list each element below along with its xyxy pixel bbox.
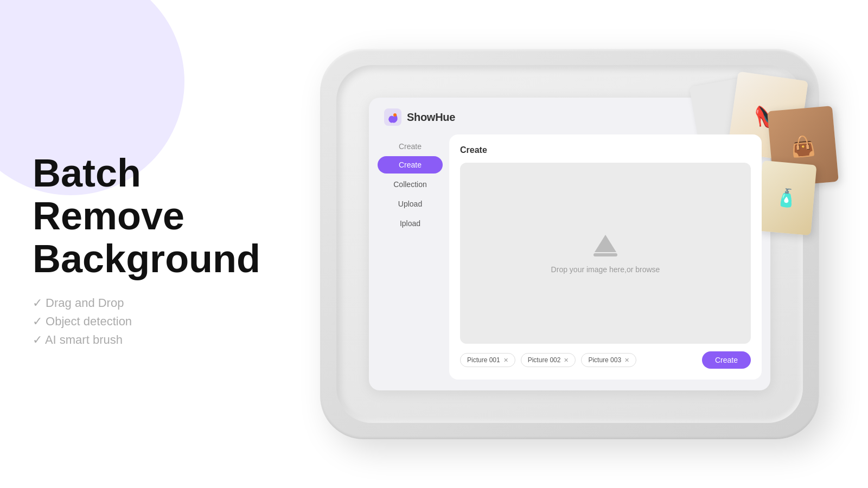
- bag-icon: 👜: [790, 134, 816, 159]
- left-section: Batch Remove Background ✓ Drag and Drop …: [33, 152, 260, 351]
- device-outer: 👠 👜 🧴 Sh: [320, 49, 819, 439]
- float-bag: 👜: [767, 106, 839, 187]
- triangle-icon: [595, 235, 616, 252]
- sidebar: Create Create Collection Upload Ipload: [378, 134, 443, 380]
- tag-pill-1[interactable]: Picture 001 ✕: [460, 353, 515, 367]
- tag-label-1: Picture 001: [467, 356, 500, 364]
- feature-item-2: ✓ Object detection: [33, 314, 260, 329]
- tag-close-1[interactable]: ✕: [503, 357, 508, 364]
- sidebar-top-label: Create: [378, 139, 443, 154]
- feature-item-3: ✓ AI smart brush: [33, 333, 260, 347]
- create-button[interactable]: Create: [702, 351, 751, 369]
- right-section: 👠 👜 🧴 Sh: [271, 0, 868, 488]
- tag-close-3[interactable]: ✕: [624, 357, 629, 364]
- triangle-base: [593, 253, 617, 256]
- upload-area[interactable]: Drop your image here,or browse: [460, 163, 751, 344]
- logo-text: ShowHue: [407, 111, 455, 124]
- feature-item-1: ✓ Drag and Drop: [33, 296, 260, 310]
- feature-list: ✓ Drag and Drop ✓ Object detection ✓ AI …: [33, 296, 260, 347]
- tag-pill-2[interactable]: Picture 002 ✕: [521, 353, 576, 367]
- sidebar-item-create[interactable]: Create: [378, 156, 443, 174]
- perfume-icon: 🧴: [775, 187, 798, 209]
- tag-pill-3[interactable]: Picture 003 ✕: [581, 353, 636, 367]
- logo-icon: [384, 108, 401, 126]
- tag-label-2: Picture 002: [528, 356, 561, 364]
- app-header: ShowHue: [369, 98, 770, 134]
- upload-text: Drop your image here,or browse: [551, 265, 660, 274]
- app-body: Create Create Collection Upload Ipload C…: [369, 134, 770, 388]
- main-title: Batch Remove Background: [33, 152, 260, 281]
- content-title: Create: [460, 145, 751, 155]
- sidebar-item-upload[interactable]: Upload: [378, 195, 443, 213]
- main-content: Create Drop your image here,or browse: [449, 134, 762, 380]
- sidebar-item-ipload[interactable]: Ipload: [378, 215, 443, 232]
- svg-point-1: [393, 113, 397, 117]
- tag-label-3: Picture 003: [588, 356, 621, 364]
- sidebar-item-collection[interactable]: Collection: [378, 176, 443, 193]
- device-inner: 👠 👜 🧴 Sh: [336, 65, 803, 423]
- tag-close-2[interactable]: ✕: [564, 357, 569, 364]
- tags-row: Picture 001 ✕ Picture 002 ✕ Picture 003 …: [460, 351, 751, 369]
- app-window: 👠 👜 🧴 Sh: [369, 98, 770, 390]
- upload-icon: [592, 233, 618, 259]
